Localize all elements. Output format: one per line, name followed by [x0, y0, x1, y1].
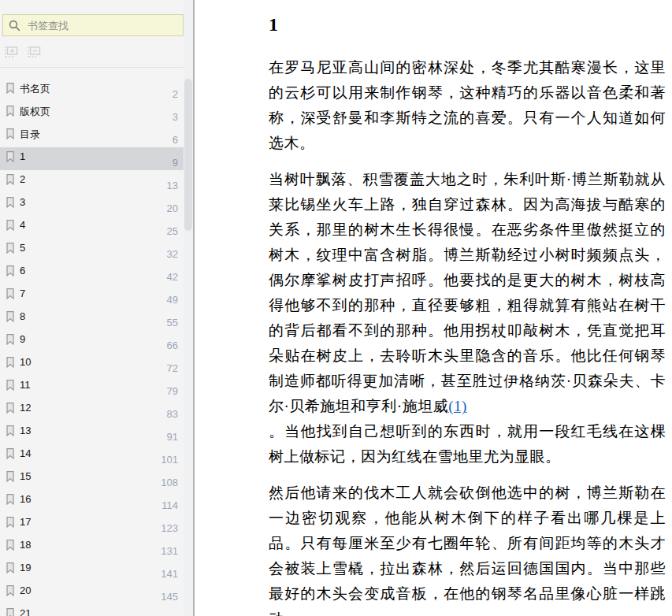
- bookmark-item-page-number: 42: [167, 271, 178, 283]
- bookmark-list-item[interactable]: 9 66: [0, 330, 184, 353]
- chapter-heading: 1: [269, 14, 666, 35]
- bookmark-item-label: 13: [20, 425, 31, 436]
- expand-all-button[interactable]: [4, 46, 18, 60]
- bookmark-item-label: 14: [20, 447, 31, 459]
- bookmark-item-label: 版权页: [20, 105, 50, 119]
- bookmark-list-item[interactable]: 7 49: [0, 284, 184, 307]
- paragraph-text: 然后他请来的伐木工人就会砍倒他选中的树，博兰斯勒在一边密切观察，他能从树木倒下的…: [269, 484, 666, 616]
- bookmark-item-page-number: 6: [173, 134, 178, 146]
- bookmark-item-label: 5: [20, 242, 25, 254]
- bookmark-list-item[interactable]: 6 42: [0, 262, 184, 284]
- bookmark-list-item[interactable]: 12 83: [0, 399, 184, 421]
- bookmark-icon: [6, 425, 14, 436]
- paragraph-text: 。当他找到自己想听到的东西时，就用一段红毛线在这棵树上做标记，因为红线在雪地里尤…: [269, 423, 666, 465]
- bookmark-item-page-number: 114: [162, 499, 178, 511]
- bookmark-list-item[interactable]: 10 72: [0, 353, 184, 376]
- bookmark-item-page-number: 123: [161, 522, 178, 534]
- bookmark-item-page-number: 91: [167, 431, 178, 443]
- bookmarks-sidebar: 书名页 2 版权页 3 目录 6: [0, 0, 184, 616]
- bookmark-item-label: 3: [20, 196, 25, 208]
- bookmark-item-page-number: 13: [167, 180, 178, 191]
- bookmark-item-label: 2: [20, 173, 25, 185]
- bookmark-icon: [6, 540, 14, 551]
- bookmark-item-label: 目录: [20, 128, 40, 142]
- bookmark-icon: [6, 334, 14, 345]
- bookmark-item-page-number: 3: [173, 111, 178, 123]
- bookmark-toolbar: [4, 46, 41, 60]
- bookmark-icon: [6, 562, 14, 573]
- bookmark-list-item[interactable]: 19 141: [0, 558, 184, 581]
- bookmark-list-item[interactable]: 目录 6: [0, 124, 184, 147]
- bookmark-icon: [6, 288, 14, 299]
- paragraph-text: 在罗马尼亚高山间的密林深处，冬季尤其酷寒漫长，这里的云杉可以用来制作钢琴，这种精…: [269, 59, 666, 151]
- bookmark-list-item[interactable]: 8 55: [0, 307, 184, 330]
- bookmark-item-page-number: 9: [173, 157, 178, 169]
- paragraph-3: 然后他请来的伐木工人就会砍倒他选中的树，博兰斯勒在一边密切观察，他能从树木倒下的…: [269, 481, 666, 616]
- bookmark-list-item[interactable]: 13 91: [0, 421, 184, 444]
- bookmark-icon: [6, 494, 14, 505]
- bookmark-item-label: 20: [20, 584, 31, 596]
- bookmark-item-label: 18: [20, 539, 31, 551]
- bookmark-list-item[interactable]: 11 79: [0, 376, 184, 399]
- bookmark-item-label: 19: [20, 562, 31, 573]
- bookmark-list: 书名页 2 版权页 3 目录 6: [0, 79, 184, 616]
- bookmark-item-page-number: 25: [167, 225, 178, 237]
- bookmark-item-page-number: 83: [167, 408, 178, 420]
- paragraph-text: 当树叶飘落、积雪覆盖大地之时，朱利叶斯·博兰斯勒就从莱比锡坐火车上路，独自穿过森…: [269, 171, 666, 414]
- bookmark-list-item[interactable]: 书名页 2: [0, 79, 184, 102]
- bookmark-list-item[interactable]: 14 101: [0, 444, 184, 467]
- bookmark-icon: [6, 106, 14, 117]
- footnote-link-1[interactable]: (1): [448, 398, 467, 414]
- bookmark-icon: [6, 448, 14, 459]
- bookmark-icon: [6, 517, 14, 528]
- collapse-all-button[interactable]: [27, 46, 41, 60]
- bookmark-icon: [6, 357, 14, 368]
- bookmark-list-item[interactable]: 17 123: [0, 513, 184, 536]
- bookmark-list-item[interactable]: 2 13: [0, 170, 184, 193]
- bookmark-item-page-number: 20: [167, 202, 178, 214]
- bookmark-list-item[interactable]: 4 25: [0, 216, 184, 239]
- bookmark-list-item[interactable]: 18 131: [0, 536, 184, 558]
- bookmark-list-item[interactable]: 1 9: [0, 147, 184, 170]
- bookmark-item-page-number: 101: [161, 454, 178, 466]
- bookmark-list-item[interactable]: 15 108: [0, 467, 184, 490]
- bookmark-item-label: 17: [20, 516, 31, 528]
- bookmark-icon: [6, 608, 14, 616]
- bookmark-icon: [6, 128, 14, 139]
- bookmark-icon: [6, 311, 14, 322]
- bookmark-item-page-number: 2: [173, 88, 178, 100]
- bookmark-list-item[interactable]: 21 152: [0, 604, 184, 616]
- sidebar-divider: [0, 67, 184, 68]
- bookmark-icon: [6, 585, 14, 596]
- bookmark-icon: [6, 151, 14, 162]
- bookmark-item-label: 11: [20, 379, 31, 391]
- bookmark-list-item[interactable]: 16 114: [0, 490, 184, 513]
- sidebar-scrollbar[interactable]: [184, 0, 193, 616]
- bookmark-item-label: 15: [20, 470, 31, 482]
- bookmark-list-item[interactable]: 5 32: [0, 239, 184, 262]
- bookmark-list-item[interactable]: 版权页 3: [0, 102, 184, 124]
- bookmark-item-label: 16: [20, 493, 31, 505]
- bookmark-icon: [6, 265, 14, 276]
- bookmark-list-item[interactable]: 20 145: [0, 581, 184, 604]
- bookmark-icon: [6, 174, 14, 185]
- bookmark-item-page-number: 66: [167, 340, 178, 351]
- paragraph-2: 当树叶飘落、积雪覆盖大地之时，朱利叶斯·博兰斯勒就从莱比锡坐火车上路，独自穿过森…: [269, 167, 666, 469]
- bookmark-item-page-number: 79: [167, 385, 178, 397]
- bookmark-item-label: 4: [20, 219, 25, 231]
- bookmark-list-item[interactable]: 3 20: [0, 193, 184, 216]
- bookmark-item-label: 10: [20, 356, 31, 368]
- bookmark-item-label: 6: [20, 265, 25, 276]
- bookmark-icon: [6, 403, 14, 414]
- bookmark-search-box[interactable]: [2, 14, 184, 36]
- bookmark-item-label: 7: [20, 288, 25, 299]
- bookmark-item-page-number: 108: [161, 477, 178, 488]
- paragraph-1: 在罗马尼亚高山间的密林深处，冬季尤其酷寒漫长，这里的云杉可以用来制作钢琴，这种精…: [269, 55, 666, 156]
- bookmark-item-page-number: 49: [167, 294, 178, 306]
- bookmark-item-label: 书名页: [20, 82, 50, 96]
- bookmark-item-label: 12: [20, 402, 31, 414]
- bookmark-search-input[interactable]: [26, 19, 177, 32]
- sidebar-scrollbar-thumb[interactable]: [184, 79, 192, 231]
- search-icon: [9, 20, 20, 32]
- bookmark-icon: [6, 197, 14, 208]
